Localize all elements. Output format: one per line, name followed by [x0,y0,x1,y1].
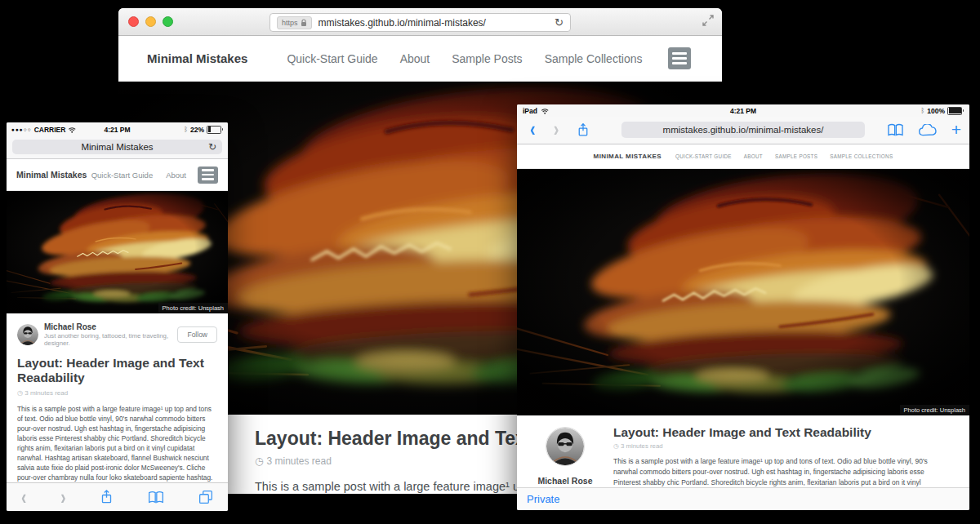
iphone-status-bar: ●●●○○ CARRIER 4:21 PM ᛒ 22% [7,122,228,136]
menu-toggle-button[interactable] [198,167,218,184]
url-text: mmistakes.github.io/minimal-mistakes/ [318,17,555,29]
iphone-url-bar: Minimal Mistakes ↻ [7,136,228,159]
address-bar[interactable]: mmistakes.github.io/minimal-mistakes/ [621,122,865,138]
author-avatar [546,427,585,466]
author-row: Michael Rose Just another boring, tattoo… [17,322,217,347]
status-time: 4:21 PM [517,107,969,115]
lock-icon [301,19,307,27]
forward-button[interactable]: › [60,486,65,508]
article-paragraph: This is a sample post with a large featu… [17,404,218,482]
nav-item-sample-posts[interactable]: SAMPLE POSTS [775,153,817,159]
forward-button[interactable]: › [554,118,559,142]
composite-canvas: { "article": { "title": "Layout: Header … [0,0,980,524]
site-masthead: MINIMAL MISTAKES QUICK-START GUIDE ABOUT… [517,144,969,169]
author-sidebar: Michael Rose Just another boring, tattoo… [517,425,613,487]
bookmarks-icon[interactable] [148,491,164,504]
status-time: 4:21 PM [7,126,228,134]
site-nav: Quick-Start Guide About [91,171,186,180]
site-title[interactable]: Minimal Mistakes [16,170,87,180]
page-title: Minimal Mistakes [81,142,153,152]
clock-icon: ◷ [255,455,263,467]
close-window-button[interactable] [128,16,139,27]
window-controls [128,16,173,27]
https-label: https [282,19,298,27]
https-badge: https [277,16,312,29]
nav-item-sample-posts[interactable]: Sample Posts [452,52,522,65]
safari-bottom-toolbar: ‹ › [7,482,228,511]
feature-image: Photo credit: Unsplash [7,191,228,313]
ipad-status-bar: iPad 4:21 PM ᛒ 100% [517,104,969,117]
icloud-icon[interactable] [918,124,938,137]
nav-item-about[interactable]: About [166,171,186,180]
reader-icon[interactable] [887,123,904,137]
nav-item-about[interactable]: ABOUT [744,153,763,159]
follow-button[interactable]: Follow [177,326,217,343]
share-icon[interactable] [577,122,590,138]
author-bio: Just another boring, tattooed, time trav… [44,332,177,347]
share-icon[interactable] [100,489,114,505]
address-bar[interactable]: https mmistakes.github.io/minimal-mistak… [270,13,571,32]
author-name: Michael Rose [44,322,177,331]
read-time: ◷ 3 minutes read [17,389,217,397]
site-title[interactable]: MINIMAL MISTAKES [594,153,662,160]
site-nav: QUICK-START GUIDE ABOUT SAMPLE POSTS SAM… [675,153,893,159]
ipad-safari: iPad 4:21 PM ᛒ 100% ‹ › mmistakes.github… [517,104,969,510]
site-title[interactable]: Minimal Mistakes [147,51,247,65]
expand-window-icon[interactable] [702,15,714,26]
photo-credit: Photo credit: Unsplash [900,405,969,415]
site-masthead: Minimal Mistakes Quick-Start Guide About… [118,36,722,82]
article: Michael Rose Just another boring, tattoo… [7,313,228,482]
safari-toolbar: ‹ › mmistakes.github.io/minimal-mistakes… [517,117,969,144]
page-title-field[interactable]: Minimal Mistakes ↻ [12,140,222,154]
clock-icon: ◷ [17,389,23,397]
nav-item-sample-collections[interactable]: SAMPLE COLLECTIONS [830,153,893,159]
site-masthead-mobile: Minimal Mistakes Quick-Start Guide About [7,159,228,191]
nav-item-quick-start-guide[interactable]: Quick-Start Guide [91,171,154,180]
article: Michael Rose Just another boring, tattoo… [517,415,969,487]
clock-icon: ◷ [613,442,619,450]
browser-toolbar: https mmistakes.github.io/minimal-mistak… [118,8,722,36]
author-avatar [17,324,38,345]
back-button[interactable]: ‹ [21,486,26,508]
site-nav: Quick-Start Guide About Sample Posts Sam… [287,52,642,65]
zoom-window-button[interactable] [163,16,173,27]
nav-item-quick-start-guide[interactable]: QUICK-START GUIDE [675,153,732,159]
private-browsing-bar: Private [517,487,969,510]
minimize-window-button[interactable] [145,16,156,27]
feature-image: Photo credit: Unsplash [517,169,969,415]
iphone-safari: ●●●○○ CARRIER 4:21 PM ᛒ 22% Minimal Mist… [7,122,228,511]
new-tab-icon[interactable]: + [951,121,961,138]
leaves-photo [517,169,969,415]
article-paragraph: This is a sample post with a large featu… [613,456,940,487]
author-name: Michael Rose [517,476,613,486]
nav-item-quick-start-guide[interactable]: Quick-Start Guide [287,52,377,65]
article-title: Layout: Header Image and Text Readabilit… [17,356,218,386]
reload-icon[interactable]: ↻ [208,141,216,153]
reload-icon[interactable]: ↻ [555,16,564,29]
leaves-photo [7,191,228,313]
nav-item-about[interactable]: About [400,52,430,65]
menu-toggle-button[interactable] [668,47,691,69]
back-button[interactable]: ‹ [530,118,536,142]
tabs-icon[interactable] [198,490,213,504]
url-text: mmistakes.github.io/minimal-mistakes/ [663,125,824,135]
read-time: ◷ 3 minutes read [613,442,940,450]
photo-credit: Photo credit: Unsplash [158,303,228,313]
private-button[interactable]: Private [527,493,559,505]
nav-item-sample-collections[interactable]: Sample Collections [545,52,643,65]
article-title: Layout: Header Image and Text Readabilit… [613,425,940,440]
